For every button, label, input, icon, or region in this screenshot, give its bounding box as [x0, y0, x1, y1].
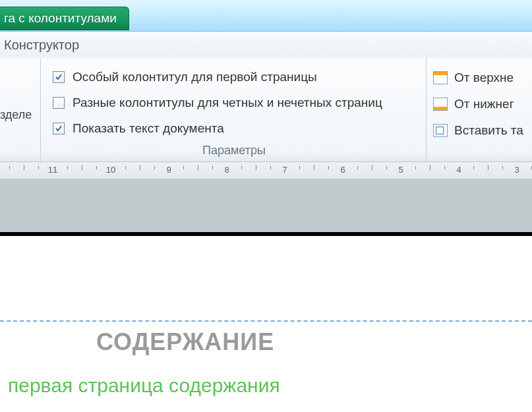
ruler-tick: [270, 166, 271, 169]
contextual-tab-title: га с колонтитулами: [0, 7, 129, 30]
ruler-tick: [357, 166, 358, 169]
ruler-number: 10: [106, 165, 115, 175]
checkbox-icon: [53, 123, 65, 134]
ruler-tick: [96, 166, 97, 169]
ruler-tick: [386, 166, 387, 169]
ruler-tick: [82, 165, 82, 170]
ruler-tick: [488, 165, 488, 170]
checkbox-icon: [53, 71, 65, 83]
position-label: От нижнег: [454, 97, 514, 111]
footer-from-bottom-button[interactable]: От нижнег: [433, 91, 531, 117]
checkbox-icon: [53, 97, 65, 109]
ruler-tick: [212, 166, 213, 169]
ruler-tick: [140, 165, 140, 170]
header-from-top-button[interactable]: От верхне: [433, 65, 531, 91]
ruler-tick: [444, 166, 445, 169]
ruler-tick: [9, 166, 10, 169]
checkbox-odd-even-headers[interactable]: Разные колонтитулы для четных и нечетных…: [53, 90, 415, 116]
horizontal-ruler[interactable]: 11109876543: [0, 162, 532, 179]
ruler-tick: [473, 166, 474, 169]
check-icon: [55, 125, 62, 132]
ribbon-group-label-options: Параметры: [53, 141, 415, 162]
ruler-tick: [372, 165, 372, 170]
ruler-tick: [328, 166, 329, 169]
ruler-tick: [502, 166, 503, 169]
titlebar: га с колонтитулами: [0, 0, 532, 32]
ruler-number: 7: [282, 165, 287, 175]
ribbon-group-left-partial: зделе: [0, 58, 41, 162]
ruler-tick: [154, 166, 155, 169]
ribbon-group-options: Особый колонтитул для первой страницы Ра…: [41, 58, 427, 162]
ribbon-partial-text: зделе: [0, 108, 32, 122]
document-heading[interactable]: СОДЕРЖАНИЕ: [96, 328, 274, 356]
tab-designer[interactable]: Конструктор: [1, 32, 91, 58]
ruler-number: 6: [340, 165, 345, 175]
checkbox-label: Показать текст документа: [73, 121, 224, 136]
checkbox-show-document-text[interactable]: Показать текст документа: [53, 115, 415, 141]
ruler-tick: [38, 166, 39, 169]
insert-tab-icon: [433, 124, 448, 137]
ruler-tick: [430, 165, 430, 170]
document-background: [0, 179, 532, 232]
checkbox-first-page-header[interactable]: Особый колонтитул для первой страницы: [53, 65, 415, 90]
header-boundary-line: [0, 320, 532, 322]
ruler-number: 8: [224, 165, 229, 175]
ribbon-tabs: Конструктор: [0, 32, 532, 58]
insert-alignment-tab-button[interactable]: Вставить та: [433, 117, 531, 144]
ruler-tick: [314, 165, 314, 170]
ruler-number: 5: [398, 165, 403, 175]
ruler-tick: [415, 166, 416, 169]
ruler-number: 11: [48, 165, 57, 175]
check-icon: [55, 74, 62, 80]
document-page[interactable]: СОДЕРЖАНИЕ первая страница содержания: [0, 236, 532, 401]
ruler-tick: [198, 165, 198, 170]
position-label: Вставить та: [454, 123, 523, 138]
ruler-tick: [67, 166, 68, 169]
ruler-tick: [24, 165, 24, 170]
ruler-tick: [241, 166, 242, 169]
document-subline[interactable]: первая страница содержания: [8, 374, 280, 397]
header-top-icon: [433, 71, 448, 84]
ruler-tick: [256, 165, 256, 170]
ruler-number: 3: [514, 165, 519, 175]
position-label: От верхне: [454, 71, 514, 85]
ruler-tick: [125, 166, 126, 169]
ruler-tick: [299, 166, 300, 169]
checkbox-label: Разные колонтитулы для четных и нечетных…: [73, 96, 382, 110]
checkbox-label: Особый колонтитул для первой страницы: [73, 70, 317, 84]
ribbon: зделе Особый колонтитул для первой стран…: [0, 58, 532, 162]
ruler-tick: [183, 166, 184, 169]
ruler-number: 9: [166, 165, 171, 175]
ribbon-group-position: От верхне От нижнег Вставить та: [427, 58, 532, 162]
footer-bottom-icon: [433, 98, 448, 111]
ruler-number: 4: [456, 165, 461, 175]
